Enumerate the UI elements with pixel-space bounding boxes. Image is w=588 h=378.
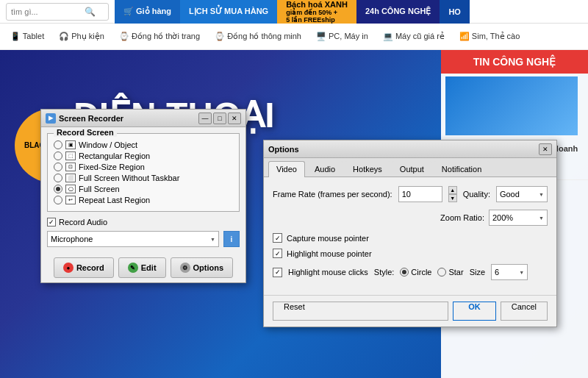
options-dialog: Options ✕ Video Audio Hotkeys Output Not… [263,140,557,327]
size-select[interactable]: 6 ▼ [491,264,528,280]
microphone-select[interactable]: Microphone ▼ [47,231,219,247]
options-body: Frame Rate (frames per second): 10 ▲ ▼ Q… [264,177,556,295]
cat-pc[interactable]: 🖥️ PC, Máy in [309,24,376,50]
radio-fullscreen[interactable] [54,185,62,193]
style-label: Style: [374,268,395,277]
record-screen-group: Record Screen ▣ Window / Object ⬚ Rectan… [47,133,240,212]
promo-nav-item[interactable]: Bách hoá XANH giảm đến 50% + 5 lần FREEs… [277,0,356,24]
option-repeat-last[interactable]: ↩ Repeat Last Region [54,196,233,204]
size-value: 6 [495,268,499,277]
frame-rate-input[interactable]: 10 [398,186,442,202]
tab-output[interactable]: Output [392,161,432,176]
label-repeat-last: Repeat Last Region [79,196,150,204]
cat-sim[interactable]: 📶 Sim, Thẻ cào [452,24,528,50]
screen-recorder-footer: ● Record ✎ Edit ⚙ Options [41,253,245,282]
icon-fullscreen-no-taskbar: ⬜ [65,174,76,182]
capture-mouse-label: Capture mouse pointer [287,234,369,243]
options-footer: Reset OK Cancel [264,295,556,327]
zoom-select[interactable]: 200% ▼ [489,210,548,226]
quality-value: Good [500,190,520,199]
history-nav-item[interactable]: LỊCH SỬ MUA HÀNG [180,0,277,24]
tab-audio[interactable]: Audio [306,161,343,176]
size-label: Size [470,268,485,277]
screen-recorder-controls: — □ ✕ [198,113,241,124]
highlight-clicks-row[interactable]: Highlight mouse clicks Style: Circle Sta… [273,264,548,280]
highlight-clicks-label: Highlight mouse clicks [288,268,368,277]
icon-fullscreen: 🖵 [65,185,76,193]
label-fullscreen-no-taskbar: Full Screen Without Taskbar [79,174,179,182]
record-audio-checkbox[interactable] [47,218,56,227]
cat-tablet[interactable]: 📱 Tablet [3,24,51,50]
search-icon[interactable]: 🔍 [85,7,96,17]
highlight-mouse-label: Highlight mouse pointer [287,249,372,258]
options-close-button[interactable]: ✕ [539,143,552,155]
radio-repeat-last[interactable] [54,196,62,204]
label-fixed-size: Fixed-Size Region [79,163,145,171]
option-rectangular-region[interactable]: ⬚ Rectangular Region [54,151,233,160]
tech-nav-item[interactable]: 24h CÔNG NGHỆ [356,0,440,24]
record-button[interactable]: ● Record [54,257,114,278]
search-box[interactable]: 🔍 [6,3,109,21]
icon-repeat-last: ↩ [65,196,76,204]
maximize-button[interactable]: □ [213,113,226,124]
options-title-area: Options [268,145,299,154]
tab-notification[interactable]: Notification [434,161,490,176]
microphone-chevron-icon: ▼ [210,237,215,242]
radio-rectangular-region[interactable] [54,151,62,160]
cancel-button[interactable]: Cancel [501,302,548,321]
option-fullscreen[interactable]: 🖵 Full Screen [54,185,233,193]
quality-select[interactable]: Good ▼ [496,186,548,202]
microphone-label: Microphone [51,235,93,243]
label-fullscreen: Full Screen [79,185,120,193]
screen-recorder-icon: ▶ [46,113,56,124]
circle-radio[interactable]: Circle [400,268,431,277]
record-audio-row[interactable]: Record Audio [47,218,240,227]
record-icon: ● [63,263,74,273]
frame-rate-up[interactable]: ▲ [448,186,457,194]
star-radio[interactable]: Star [437,268,463,277]
highlight-clicks-checkbox[interactable] [273,268,282,277]
radio-window-object[interactable] [54,140,62,149]
search-input[interactable] [11,7,85,16]
highlight-mouse-checkbox[interactable] [273,249,282,258]
close-button[interactable]: ✕ [228,113,241,124]
zoom-label: Zoom Ratio: [440,213,484,222]
option-fullscreen-no-taskbar[interactable]: ⬜ Full Screen Without Taskbar [54,174,233,182]
options-button[interactable]: ⚙ Options [171,257,234,278]
radio-fixed-size[interactable] [54,163,62,171]
cat-fashion-watch[interactable]: ⌚ Đồng hồ thời trang [112,24,207,50]
edit-button[interactable]: ✎ Edit [118,257,166,278]
cat-accessories[interactable]: 🎧 Phụ kiện [51,24,112,50]
circle-radio-btn[interactable] [400,268,409,277]
tab-hotkeys[interactable]: Hotkeys [345,161,390,176]
screen-recorder-title: Screen Recorder [59,114,123,123]
star-radio-btn[interactable] [437,268,446,277]
star-label: Star [448,268,463,277]
option-window-object[interactable]: ▣ Window / Object [54,140,233,149]
icon-rectangular-region: ⬚ [65,151,76,160]
capture-mouse-row[interactable]: Capture mouse pointer [273,233,548,243]
ok-button[interactable]: OK [453,302,496,321]
screen-recorder-dialog: ▶ Screen Recorder — □ ✕ Record Screen ▣ … [40,109,246,283]
label-rectangular-region: Rectangular Region [79,151,150,160]
info-button[interactable]: i [223,231,240,247]
news-header: TIN CÔNG NGHỆ [441,50,588,74]
quality-chevron-icon: ▼ [539,192,544,197]
minimize-button[interactable]: — [198,113,212,124]
audio-row: Microphone ▼ i [47,231,240,247]
zoom-value: 200% [492,213,513,222]
cat-used[interactable]: 💻 Máy cũ giá rẻ [376,24,452,50]
radio-fullscreen-no-taskbar[interactable] [54,174,62,182]
option-fixed-size-region[interactable]: ⊡ Fixed-Size Region [54,163,233,171]
frame-rate-label: Frame Rate (frames per second): [273,190,392,199]
capture-mouse-checkbox[interactable] [273,233,282,243]
reset-button[interactable]: Reset [273,302,448,321]
tab-video[interactable]: Video [268,161,305,177]
more-nav-item[interactable]: HO [440,0,470,24]
cart-nav-item[interactable]: 🛒 Giỏ hàng [115,0,180,24]
frame-rate-spinner[interactable]: ▲ ▼ [448,186,457,202]
cat-smart-watch[interactable]: ⌚ Đồng hồ thông minh [207,24,309,50]
record-screen-label: Record Screen [54,128,117,137]
highlight-mouse-row[interactable]: Highlight mouse pointer [273,249,548,258]
frame-rate-down[interactable]: ▼ [448,194,457,202]
